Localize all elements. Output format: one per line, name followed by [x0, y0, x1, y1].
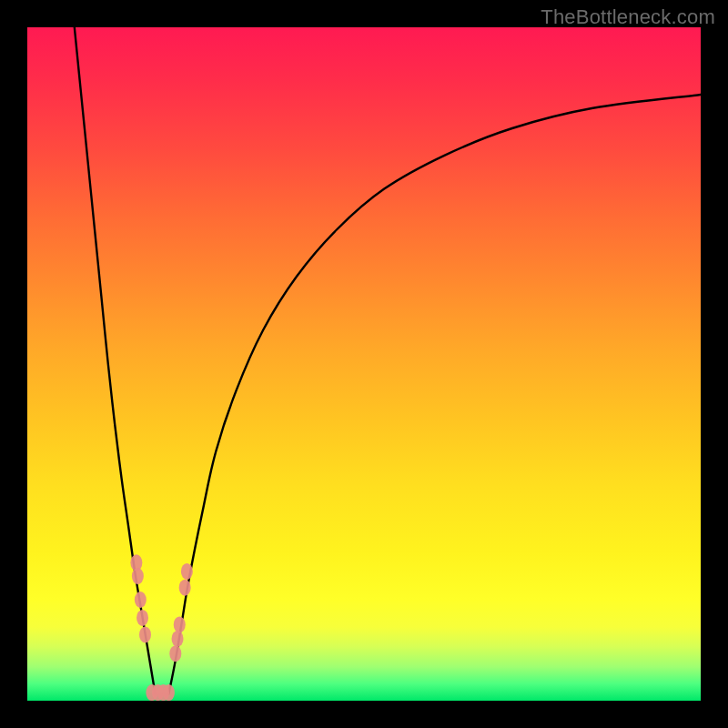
highlight-dot [179, 580, 191, 596]
watermark-text: TheBottleneck.com [541, 5, 715, 29]
highlight-dot [174, 616, 186, 632]
point-markers [130, 554, 193, 701]
highlight-dot [139, 626, 151, 642]
curve-paths [75, 27, 701, 694]
curves-overlay [27, 27, 701, 701]
chart-frame: TheBottleneck.com [0, 0, 728, 728]
plot-area [27, 27, 701, 701]
highlight-dot [172, 631, 184, 647]
highlight-dot [135, 592, 147, 608]
right-curve [168, 95, 701, 694]
highlight-dot [163, 684, 175, 701]
highlight-dot [132, 568, 144, 584]
highlight-dot [169, 645, 181, 662]
highlight-dot [136, 610, 148, 626]
highlight-dot [181, 563, 193, 580]
